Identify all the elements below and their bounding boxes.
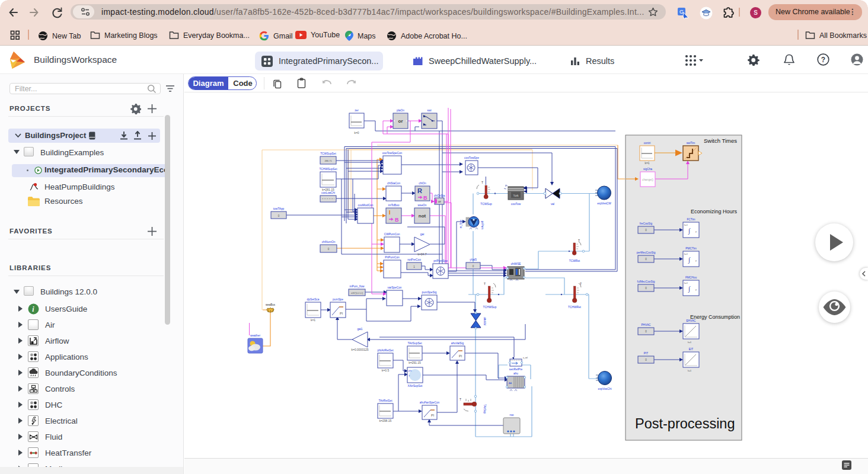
svg-text:chiStaCon: chiStaCon [387, 182, 400, 185]
svg-text:plaOn: plaOn [397, 109, 404, 112]
svg-text:priPumSpe: priPumSpe [433, 260, 448, 262]
svg-text:mPum_flow: mPum_flow [349, 285, 365, 288]
svg-text:gai1: gai1 [357, 328, 362, 331]
svg-text:T: T [459, 398, 461, 401]
svg-text:or: or [398, 118, 403, 124]
svg-text:PMCTim: PMCTim [685, 247, 696, 250]
svg-text:PHVAC: PHVAC [641, 324, 651, 326]
svg-text:pumSpe: pumSpe [333, 298, 343, 301]
svg-text:swiTim: swiTim [687, 142, 695, 145]
svg-text:TCHWSup: TCHWSup [483, 306, 497, 309]
svg-text:fulMecCooSig: fulMecCooSig [637, 280, 655, 283]
svg-text:perMecCooSig: perMecCooSig [637, 251, 656, 254]
svg-text:PIT: PIT [644, 352, 649, 355]
svg-text:k=34.7: k=34.7 [417, 252, 426, 256]
svg-text:cooTowSpeCon: cooTowSpeCon [382, 152, 403, 155]
svg-text:k=1: k=1 [688, 341, 691, 344]
svg-text:zer: zer [355, 109, 359, 112]
svg-text:k=1: k=1 [684, 253, 688, 255]
svg-text:TCHWSupSet: TCHWSupSet [319, 168, 337, 171]
svg-text:chiWSE: chiWSE [510, 262, 521, 265]
svg-text:y: y [695, 260, 697, 262]
svg-text:T: T [484, 282, 486, 286]
svg-text:288.71: 288.71 [324, 159, 332, 162]
svg-text:FCTim: FCTim [687, 218, 695, 221]
svg-text:not: not [419, 213, 426, 219]
svg-text:ahu: ahu [513, 372, 518, 375]
svg-text:FMCHou: FMCHou [685, 276, 697, 279]
svg-text:k=1: k=1 [688, 370, 691, 372]
svg-text:pumSpeSig: pumSpeSig [422, 291, 437, 294]
svg-text:cooModCon: cooModCon [358, 204, 374, 207]
svg-text:gai: gai [420, 233, 424, 236]
svg-text:TCWSup: TCWSup [480, 203, 492, 206]
svg-text:k=1: k=1 [684, 282, 688, 284]
svg-text:TCWRet: TCWRet [569, 260, 580, 262]
svg-text:TCWSupSet: TCWSupSet [320, 152, 336, 155]
svg-text:PI: PI [340, 312, 343, 315]
svg-text:EIT: EIT [689, 348, 694, 351]
svg-text:TCHWRet: TCHWRet [568, 306, 582, 309]
svg-text:k=0.0000125: k=0.0000125 [351, 348, 368, 351]
svg-text:k=1: k=1 [684, 224, 688, 226]
svg-text:k=291.15: k=291.15 [409, 361, 421, 364]
svg-text:val: val [551, 203, 554, 206]
svg-text:priPum: priPum [481, 221, 484, 230]
svg-text:R: R [417, 187, 422, 194]
svg-text:cooTowSpe: cooTowSpe [464, 156, 479, 159]
svg-text:varSpeCon: varSpeCon [388, 286, 402, 289]
svg-text:wseOn: wseOn [418, 204, 427, 207]
svg-text:TAirRetSet: TAirRetSet [378, 399, 392, 402]
svg-text:change(): change() [642, 178, 653, 181]
svg-text:Switch Times: Switch Times [704, 137, 737, 144]
svg-text:B: B [423, 195, 427, 201]
svg-text:notFreCoo: notFreCoo [407, 258, 421, 261]
svg-text:ahuVal: ahuVal [483, 317, 486, 325]
svg-text:swi: swi [427, 109, 432, 112]
svg-text:k=1: k=1 [644, 161, 649, 165]
svg-text:expVesCW: expVesCW [597, 202, 611, 205]
svg-text:PriPumCon: PriPumCon [385, 256, 400, 259]
svg-text:m_flow: m_flow [459, 219, 462, 228]
svg-text:sigCha: sigCha [643, 168, 652, 171]
svg-text:PI: PI [431, 414, 435, 417]
svg-text:phi: phi [409, 369, 411, 372]
svg-text:chiOn: chiOn [419, 182, 426, 185]
svg-text:cooTow: cooTow [511, 203, 521, 206]
svg-text:m96*[0,0.5,1]: m96*[0,0.5,1] [351, 292, 363, 294]
svg-text:u_rel: u_rel [523, 357, 528, 359]
svg-text:intToBoo: intToBoo [388, 204, 400, 207]
svg-text:EHVAC: EHVAC [686, 319, 696, 322]
svg-text:k=0.5: k=0.5 [382, 369, 390, 372]
svg-text:or: or [438, 200, 441, 203]
svg-text:XAirSupSet: XAirSupSet [408, 385, 423, 387]
svg-text:York: York [513, 194, 519, 197]
svg-text:chiNumOn: chiNumOn [322, 241, 336, 244]
svg-text:weaBus: weaBus [266, 303, 276, 306]
svg-text:towTApp: towTApp [273, 207, 285, 210]
svg-text:weather: weather [250, 334, 260, 337]
svg-text:Economizing Hours: Economizing Hours [691, 209, 738, 214]
svg-text:Energy Consumption: Energy Consumption [690, 314, 740, 320]
svg-text:k=298.15: k=298.15 [379, 419, 392, 422]
svg-text:TAirSupSet: TAirSupSet [407, 342, 422, 345]
svg-text:T: T [481, 181, 483, 184]
svg-text:ahuValSig: ahuValSig [451, 342, 464, 345]
svg-text:y: y [695, 289, 697, 291]
svg-text:G: G [679, 9, 684, 15]
svg-text:expVesChi: expVesChi [598, 387, 612, 390]
svg-text:k=0: k=0 [354, 131, 359, 134]
svg-text:cooLoaChi: cooLoaChi [321, 191, 335, 194]
svg-text:ahuFanSpeCon: ahuFanSpeCon [420, 401, 440, 404]
svg-text:contri: contri [644, 142, 651, 145]
svg-text:TAirSup: TAirSup [483, 404, 486, 414]
svg-text:B: B [395, 217, 399, 223]
svg-text:roo: roo [510, 414, 514, 417]
svg-text:yVal5: yVal5 [470, 258, 477, 261]
svg-text:senRelPre: senRelPre [509, 368, 523, 371]
svg-text:dpSetSca: dpSetSca [307, 298, 320, 301]
svg-text:Post-processing: Post-processing [635, 416, 735, 431]
svg-text:phiAirRetSet: phiAirRetSet [378, 349, 394, 352]
svg-text:CWPumCon: CWPumCon [384, 233, 400, 236]
svg-text:?: ? [821, 56, 825, 64]
